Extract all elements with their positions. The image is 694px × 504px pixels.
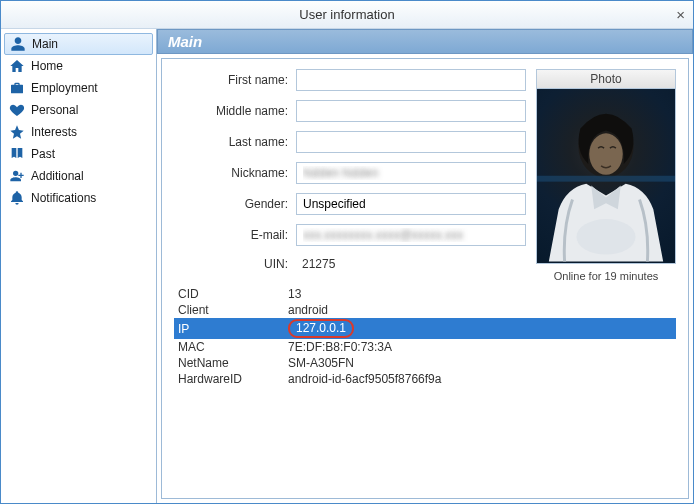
heart-icon	[9, 102, 25, 118]
first-name-input[interactable]	[296, 69, 526, 91]
sidebar-item-label: Main	[32, 37, 58, 51]
user-plus-icon	[9, 168, 25, 184]
close-icon[interactable]: ×	[676, 6, 685, 23]
sidebar-item-past[interactable]: Past	[1, 143, 156, 165]
info-value: 13	[284, 286, 676, 302]
info-value: SM-A305FN	[284, 355, 676, 371]
user-info-window: User information × Main Home Employment …	[0, 0, 694, 504]
sidebar-item-notifications[interactable]: Notifications	[1, 187, 156, 209]
content-frame: First name: Middle name: Last name:	[161, 58, 689, 499]
last-name-input[interactable]	[296, 131, 526, 153]
star-icon	[9, 124, 25, 140]
middle-name-label: Middle name:	[174, 104, 296, 118]
uin-value: 21275	[296, 255, 526, 273]
table-row[interactable]: MAC 7E:DF:B8:F0:73:3A	[174, 339, 676, 355]
sidebar-item-label: Interests	[31, 125, 77, 139]
sidebar-item-label: Notifications	[31, 191, 96, 205]
uin-label: UIN:	[174, 257, 296, 271]
sidebar-item-interests[interactable]: Interests	[1, 121, 156, 143]
info-key: HardwareID	[174, 371, 284, 387]
info-table: CID 13 Client android IP 127.0.0.1 MAC 7…	[174, 286, 676, 387]
info-key: Client	[174, 302, 284, 318]
last-name-label: Last name:	[174, 135, 296, 149]
sidebar-item-label: Employment	[31, 81, 98, 95]
table-row[interactable]: NetName SM-A305FN	[174, 355, 676, 371]
svg-point-2	[576, 219, 635, 254]
home-icon	[9, 58, 25, 74]
sidebar-item-label: Additional	[31, 169, 84, 183]
main-panel: Main First name: Middle name: Last n	[157, 29, 693, 503]
sidebar-item-personal[interactable]: Personal	[1, 99, 156, 121]
info-key: IP	[174, 318, 284, 339]
nickname-input[interactable]	[296, 162, 526, 184]
table-row[interactable]: HardwareID android-id-6acf9505f8766f9a	[174, 371, 676, 387]
table-row[interactable]: Client android	[174, 302, 676, 318]
user-icon	[10, 36, 26, 52]
titlebar: User information ×	[1, 1, 693, 29]
info-key: MAC	[174, 339, 284, 355]
info-value: android	[284, 302, 676, 318]
info-value: 7E:DF:B8:F0:73:3A	[284, 339, 676, 355]
form-fields: First name: Middle name: Last name:	[174, 69, 526, 282]
book-icon	[9, 146, 25, 162]
info-key: NetName	[174, 355, 284, 371]
email-input[interactable]	[296, 224, 526, 246]
photo-panel: Photo	[536, 69, 676, 282]
online-status: Online for 19 minutes	[536, 270, 676, 282]
info-value: android-id-6acf9505f8766f9a	[284, 371, 676, 387]
gender-label: Gender:	[174, 197, 296, 211]
sidebar-item-main[interactable]: Main	[4, 33, 153, 55]
sidebar-item-employment[interactable]: Employment	[1, 77, 156, 99]
table-row[interactable]: CID 13	[174, 286, 676, 302]
photo-header: Photo	[536, 69, 676, 89]
info-key: CID	[174, 286, 284, 302]
sidebar-item-label: Past	[31, 147, 55, 161]
gender-input[interactable]	[296, 193, 526, 215]
svg-rect-3	[537, 176, 675, 182]
window-title: User information	[299, 7, 394, 22]
ip-highlight: 127.0.0.1	[288, 319, 354, 338]
sidebar-item-label: Home	[31, 59, 63, 73]
sidebar: Main Home Employment Personal Interests …	[1, 29, 157, 503]
first-name-label: First name:	[174, 73, 296, 87]
email-label: E-mail:	[174, 228, 296, 242]
nickname-label: Nickname:	[174, 166, 296, 180]
sidebar-item-additional[interactable]: Additional	[1, 165, 156, 187]
briefcase-icon	[9, 80, 25, 96]
sidebar-item-label: Personal	[31, 103, 78, 117]
info-value: 127.0.0.1	[284, 318, 676, 339]
avatar-image	[537, 89, 675, 262]
sidebar-item-home[interactable]: Home	[1, 55, 156, 77]
section-header: Main	[157, 29, 693, 54]
bell-icon	[9, 190, 25, 206]
middle-name-input[interactable]	[296, 100, 526, 122]
table-row-selected[interactable]: IP 127.0.0.1	[174, 318, 676, 339]
user-photo[interactable]	[536, 89, 676, 264]
